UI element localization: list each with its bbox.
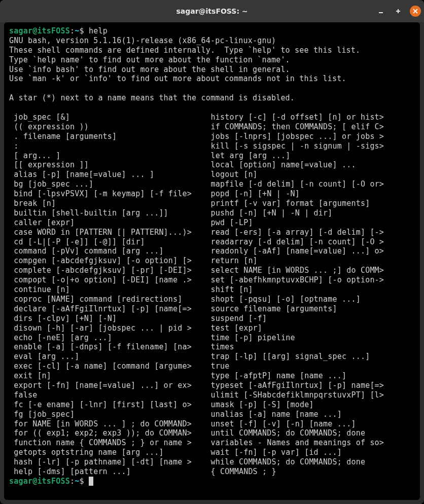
builtin-row: bg [job_spec ...] mapfile [-d delim] [-n… <box>9 179 415 189</box>
builtin-row: [[ expression ]] local [option] name[=va… <box>9 160 415 170</box>
builtin-row: help [-dms] [pattern ...] { COMMANDS ; } <box>9 467 415 477</box>
builtin-row: for (( exp1; exp2; exp3 )); do COMMAN> u… <box>9 428 415 438</box>
builtin-row: dirs [-clpv] [+N] [-N] suspend [-f] <box>9 314 415 323</box>
terminal-content[interactable]: sagar@itsFOSS:~$ help GNU bash, version … <box>4 22 420 500</box>
builtin-right: pwd [-LP] <box>206 218 253 228</box>
builtin-left: disown [-h] [-ar] [jobspec ... | pid > <box>9 323 206 333</box>
builtin-row: disown [-h] [-ar] [jobspec ... | pid > t… <box>9 323 415 333</box>
prompt-user: sagar@itsFOSS <box>9 26 70 35</box>
builtin-right: let arg [arg ...] <box>206 151 290 161</box>
window-title: sagar@itsFOSS: ~ <box>176 7 248 15</box>
cursor <box>89 477 93 486</box>
builtin-right: history [-c] [-d offset] [n] or hist> <box>206 113 384 122</box>
builtin-right: typeset [-aAfFgiIlnrtux] [-p] name[=> <box>206 381 384 390</box>
output-line: GNU bash, version 5.1.16(1)-release (x86… <box>9 36 276 45</box>
builtin-list: job_spec [&] history [-c] [-d offset] [n… <box>9 113 415 477</box>
builtin-left: help [-dms] [pattern ...] <box>9 467 206 477</box>
builtin-left: command [-pVv] command [arg ...] <box>9 246 206 256</box>
builtin-right: if COMMANDS; then COMMANDS; [ elif C> <box>206 122 384 132</box>
builtin-right: read [-ers] [-a array] [-d delim] [-> <box>206 228 384 237</box>
builtin-left: builtin [shell-builtin [arg ...]] <box>9 208 206 218</box>
builtin-row: export [-fn] [name[=value] ...] or ex> t… <box>9 381 415 390</box>
builtin-right: shift [n] <box>206 285 253 295</box>
output-line: These shell commands are defined interna… <box>9 46 360 55</box>
builtin-row: fg [job_spec] unalias [-a] name [name ..… <box>9 410 415 419</box>
builtin-right: popd [-n] [+N | -N] <box>206 189 300 199</box>
builtin-left: case WORD in [PATTERN [| PATTERN]...)> <box>9 228 206 237</box>
builtin-row: getopts optstring name [arg ...] wait [-… <box>9 448 415 457</box>
builtin-right: pushd [-n] [+N | -N | dir] <box>206 208 332 218</box>
builtin-left: declare [-aAfFgiIlnrtux] [-p] [name[=> <box>9 304 206 314</box>
builtin-right: ulimit [-SHabcdefiklmnpqrstuvxPT] [l> <box>206 390 384 400</box>
builtin-row: echo [-neE] [arg ...] time [-p] pipeline <box>9 333 415 343</box>
builtin-row: continue [n] shift [n] <box>9 285 415 295</box>
builtin-right: readarray [-d delim] [-n count] [-O > <box>206 237 384 247</box>
titlebar[interactable]: sagar@itsFOSS: ~ <box>0 0 424 22</box>
builtin-left: compgen [-abcdefgjksuv] [-o option] [> <box>9 256 206 266</box>
builtin-row: caller [expr] pwd [-LP] <box>9 218 415 228</box>
builtin-left: : <box>9 141 206 151</box>
close-button[interactable] <box>410 6 421 17</box>
output-line: A star (*) next to a name means that the… <box>9 93 295 102</box>
close-icon <box>413 9 418 14</box>
output-line: Type `help name' to find out more about … <box>9 55 290 64</box>
builtin-right: readonly [-aAf] [name[=value] ...] o> <box>206 246 384 256</box>
builtin-left: [[ expression ]] <box>9 160 206 170</box>
builtin-row: for NAME [in WORDS ... ] ; do COMMAND> u… <box>9 419 415 429</box>
builtin-row: job_spec [&] history [-c] [-d offset] [n… <box>9 113 415 122</box>
builtin-right: { COMMANDS ; } <box>206 467 276 477</box>
builtin-row: function name { COMMANDS ; } or name > v… <box>9 438 415 448</box>
builtin-right: suspend [-f] <box>206 314 267 323</box>
builtin-row: declare [-aAfFgiIlnrtux] [-p] [name[=> s… <box>9 304 415 314</box>
builtin-row: false ulimit [-SHabcdefiklmnpqrstuvxPT] … <box>9 390 415 400</box>
builtin-row: eval [arg ...] trap [-lp] [[arg] signal_… <box>9 352 415 362</box>
builtin-left: false <box>9 390 206 400</box>
builtin-right: wait [-fn] [-p var] [id ...] <box>206 448 342 457</box>
builtin-left: compopt [-o|+o option] [-DEI] [name .> <box>9 275 206 285</box>
builtin-left: echo [-neE] [arg ...] <box>9 333 206 343</box>
prompt-separator: : <box>70 26 75 35</box>
builtin-row: : kill [-s sigspec | -n signum | -sigs> <box>9 141 415 151</box>
builtin-left: . filename [arguments] <box>9 132 206 141</box>
builtin-left: break [n] <box>9 199 206 208</box>
builtin-left: exec [-cl] [-a name] [command [argume> <box>9 362 206 371</box>
builtin-right: kill [-s sigspec | -n signum | -sigs> <box>206 141 384 151</box>
builtin-left: fc [-e ename] [-lnr] [first] [last] o> <box>9 400 206 410</box>
builtin-right: jobs [-lnprs] [jobspec ...] or jobs > <box>206 132 384 141</box>
builtin-left: export [-fn] [name[=value] ...] or ex> <box>9 381 206 390</box>
builtin-row: alias [-p] [name[=value] ... ] logout [n… <box>9 170 415 179</box>
builtin-right: logout [n] <box>206 170 258 179</box>
builtin-right: local [option] name[=value] ... <box>206 160 356 170</box>
builtin-left: coproc [NAME] command [redirections] <box>9 295 206 304</box>
builtin-left: job_spec [&] <box>9 113 206 122</box>
output-line: Use `man -k' or `info' to find out more … <box>9 74 346 83</box>
prompt-user: sagar@itsFOSS <box>9 477 70 486</box>
builtin-row: . filename [arguments] jobs [-lnprs] [jo… <box>9 132 415 141</box>
builtin-left: cd [-L|[-P [-e]] [-@]] [dir] <box>9 237 206 247</box>
builtin-row: bind [-lpsvPSVX] [-m keymap] [-f file> p… <box>9 189 415 199</box>
builtin-row: exec [-cl] [-a name] [command [argume> t… <box>9 362 415 371</box>
builtin-right: true <box>206 362 229 371</box>
builtin-left: alias [-p] [name[=value] ... ] <box>9 170 206 179</box>
builtin-left: enable [-a] [-dnps] [-f filename] [na> <box>9 342 206 352</box>
builtin-right: mapfile [-d delim] [-n count] [-O or> <box>206 179 384 189</box>
minimize-button[interactable] <box>375 6 386 17</box>
builtin-left: bind [-lpsvPSVX] [-m keymap] [-f file> <box>9 189 206 199</box>
builtin-left: function name { COMMANDS ; } or name > <box>9 438 206 448</box>
builtin-right: until COMMANDS; do COMMANDS; done <box>206 428 365 438</box>
builtin-right: while COMMANDS; do COMMANDS; done <box>206 457 365 467</box>
builtin-row: (( expression )) if COMMANDS; then COMMA… <box>9 122 415 132</box>
builtin-right: type [-afptP] name [name ...] <box>206 371 346 381</box>
builtin-right: select NAME [in WORDS ... ;] do COMM> <box>206 266 384 275</box>
prompt-dollar: $ <box>79 477 84 486</box>
builtin-row: fc [-e ename] [-lnr] [first] [last] o> u… <box>9 400 415 410</box>
builtin-row: hash [-lr] [-p pathname] [-dt] [name > w… <box>9 457 415 467</box>
builtin-right: time [-p] pipeline <box>206 333 295 343</box>
builtin-right: times <box>206 342 234 352</box>
maximize-button[interactable] <box>393 6 404 17</box>
builtin-row: coproc [NAME] command [redirections] sho… <box>9 295 415 304</box>
builtin-row: break [n] printf [-v var] format [argume… <box>9 199 415 208</box>
builtin-row: compgen [-abcdefgjksuv] [-o option] [> r… <box>9 256 415 266</box>
builtin-left: [ arg... ] <box>9 151 206 161</box>
prompt-dollar: $ <box>79 26 84 35</box>
